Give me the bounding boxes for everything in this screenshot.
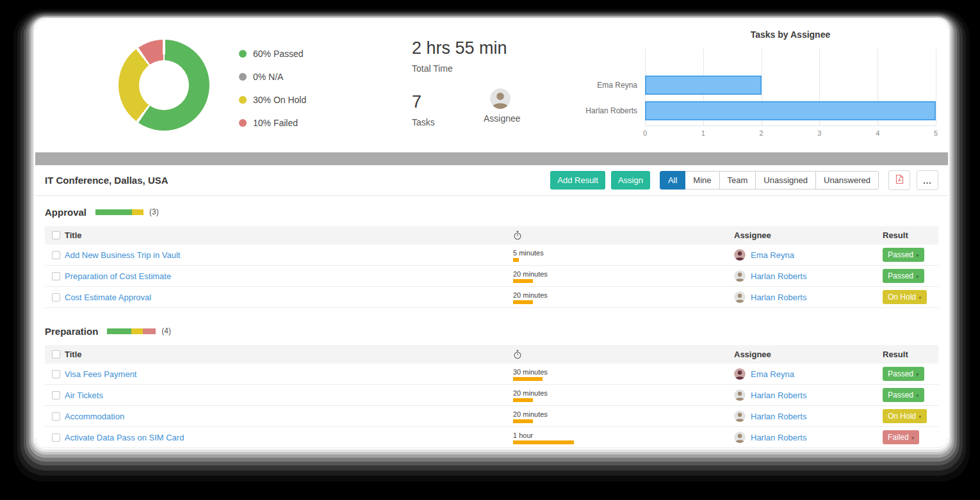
assignee-avatar [734,291,746,303]
assignee-stat-label: Assignee [484,113,521,124]
x-axis-tick-label: 2 [760,129,764,137]
table-row: Preparation of Cost Estimate20 minutesHa… [45,266,938,287]
row-checkbox[interactable] [52,433,60,442]
result-dropdown-button[interactable]: On Hold▾ [883,409,927,423]
title-cell: Preparation of Cost Estimate [65,270,513,282]
total-time-stat: 2 hrs 55 min Total Time [412,38,507,74]
task-group: Approval(3)TitleAssigneeResultAdd New Bu… [45,204,938,308]
result-label: Failed [888,433,909,442]
table-row: Air Tickets20 minutesHarlan RobertsPasse… [45,385,938,406]
row-checkbox[interactable] [52,251,60,259]
row-checkbox[interactable] [52,412,60,421]
bar-chart-title: Tasks by Assignee [645,29,936,40]
table-row: Accommodation20 minutesHarlan RobertsOn … [45,406,938,427]
result-dropdown-button[interactable]: Passed▾ [883,269,924,283]
title-cell: Activate Data Pass on SIM Card [65,431,513,443]
assignee-link[interactable]: Harlan Roberts [751,293,806,302]
time-cell: 30 minutes [513,367,734,381]
assignee-cell: Ema Reyna [734,249,883,261]
total-time-label: Total Time [412,63,507,74]
row-checkbox[interactable] [52,391,60,399]
task-title-link[interactable]: Visa Fees Payment [65,369,136,379]
task-table: TitleAssigneeResultAdd New Business Trip… [45,226,938,308]
x-axis-tick-label: 5 [934,129,938,137]
assignee-link[interactable]: Harlan Roberts [751,433,806,442]
task-table: TitleAssigneeResultVisa Fees Payment30 m… [45,345,938,448]
row-checkbox-cell [45,433,65,442]
legend-dot [239,96,247,104]
more-actions-button[interactable]: … [917,170,938,190]
run-title: IT Conference, Dallas, USA [45,175,168,186]
assignee-link[interactable]: Harlan Roberts [751,412,806,421]
filter-button-unanswered[interactable]: Unanswered [815,171,879,190]
assignee-link[interactable]: Harlan Roberts [751,391,806,400]
progress-segment [107,328,131,334]
export-pdf-button[interactable] [888,170,910,190]
assignee-cell: Harlan Roberts [734,410,883,422]
add-result-button[interactable]: Add Result [550,171,605,190]
result-dropdown-button[interactable]: Passed▾ [883,367,924,381]
legend-item: 10% Failed [239,111,306,134]
time-estimate-bar [513,398,533,402]
legend-label: 10% Failed [253,118,298,128]
x-axis-tick-label: 4 [876,129,879,137]
row-checkbox[interactable] [52,370,60,378]
tasks-count-label: Tasks [412,117,435,127]
group-header: Approval(3) [45,204,938,220]
y-axis-category-label: Ema Reyna [597,76,637,95]
group-progress-bar [95,209,143,215]
table-row: Visa Fees Payment30 minutesEma ReynaPass… [45,364,938,385]
result-dropdown-button[interactable]: Failed▾ [883,430,919,444]
filter-button-mine[interactable]: Mine [685,171,719,190]
time-estimate-label: 20 minutes [513,389,734,397]
task-title-link[interactable]: Accommodation [65,412,124,421]
filter-button-all[interactable]: All [660,171,685,190]
time-estimate-bar [513,258,519,262]
task-title-link[interactable]: Preparation of Cost Estimate [65,271,171,281]
assignee-avatar [734,270,746,282]
status-donut-chart [118,40,209,131]
y-axis-category-label: Harlan Roberts [585,101,637,120]
assignee-link[interactable]: Ema Reyna [751,250,794,260]
select-all-checkbox[interactable] [52,231,60,239]
filter-button-team[interactable]: Team [719,171,756,190]
table-row: Add New Business Trip in Vault5 minutesE… [45,245,938,266]
row-checkbox[interactable] [52,293,60,302]
task-title-link[interactable]: Cost Estimate Approval [65,293,151,302]
result-label: On Hold [888,412,916,421]
select-all-checkbox[interactable] [52,350,60,359]
assignee-link[interactable]: Ema Reyna [751,369,794,379]
result-dropdown-button[interactable]: Passed▾ [883,248,924,262]
group-header: Preparation(4) [45,323,938,339]
column-header-result: Result [883,350,938,359]
result-cell: On Hold▾ [883,409,938,423]
assign-button[interactable]: Assign [611,171,650,190]
time-cell: 20 minutes [513,290,734,304]
task-title-link[interactable]: Activate Data Pass on SIM Card [65,433,184,442]
title-cell: Cost Estimate Approval [65,291,513,303]
legend-label: 30% On Hold [253,95,306,105]
stopwatch-icon [513,350,734,359]
filter-button-unassigned[interactable]: Unassigned [755,171,816,190]
result-cell: Passed▾ [883,269,938,283]
caret-down-icon: ▾ [919,414,922,420]
column-header-time [513,350,734,359]
row-checkbox-cell [45,293,65,302]
column-header-title: Title [65,230,513,240]
task-title-link[interactable]: Air Tickets [65,391,103,400]
caret-down-icon: ▾ [916,273,919,280]
result-dropdown-button[interactable]: Passed▾ [883,388,924,402]
time-estimate-bar [513,300,533,304]
title-cell: Accommodation [65,410,513,422]
column-header-result: Result [883,230,938,240]
result-dropdown-button[interactable]: On Hold▾ [883,290,927,304]
row-checkbox[interactable] [52,272,60,280]
task-title-link[interactable]: Add New Business Trip in Vault [65,250,180,260]
group-task-count: (4) [161,327,171,335]
table-row: Activate Data Pass on SIM Card1 hourHarl… [45,427,938,448]
caret-down-icon: ▾ [911,435,915,441]
total-time-value: 2 hrs 55 min [412,38,507,58]
assignee-link[interactable]: Harlan Roberts [751,271,806,281]
panel-divider-band [35,152,948,165]
result-cell: Failed▾ [883,430,938,444]
